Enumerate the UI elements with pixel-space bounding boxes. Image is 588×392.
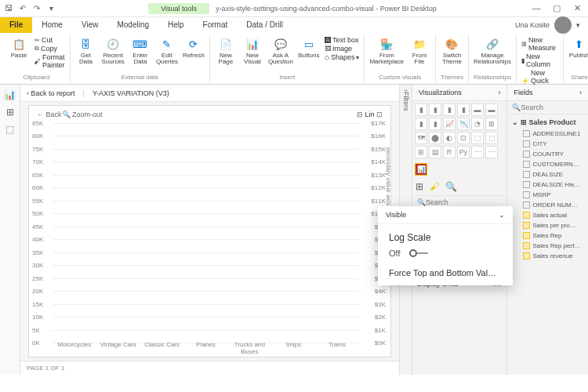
format-painter-button[interactable]: 🖌 Format Painter [34,53,65,69]
maximize-icon[interactable]: ▢ [549,3,564,13]
viz-type-icon[interactable]: 🗺 [415,132,427,144]
back-to-report-link[interactable]: ‹ Back to report [27,89,75,97]
field-item[interactable]: CITY [509,139,586,149]
enter-data-button[interactable]: ⌨Enter Data [129,36,151,65]
visual-tools-tab[interactable]: Visual tools [148,3,209,14]
publish-button[interactable]: ⬆Publish [568,36,588,59]
field-item[interactable]: Sales Rep perf… [509,241,586,251]
field-item[interactable]: Sales per pro… [509,220,586,230]
data-view-icon[interactable]: ⊞ [6,107,14,118]
viz-type-icon[interactable]: ⋯ [485,146,498,158]
user-area[interactable]: Una Kosite ▾ [507,17,588,33]
data-drill-tab[interactable]: Data / Drill [237,17,292,33]
viz-type-icon[interactable]: 📉 [457,118,470,130]
viz-type-icon[interactable]: ◐ [443,132,456,144]
manage-relationships-button[interactable]: 🔗Manage Relationships [474,36,511,65]
custom-viz-icon[interactable]: 📊 [415,163,427,176]
new-column-button[interactable]: ▮ New Column [521,53,558,68]
report-view-icon[interactable]: 📊 [4,89,16,100]
viz-lin-toggle[interactable]: ⊟ Lin ⊡ [357,111,383,118]
log-scale-toggle[interactable]: Off [389,248,502,259]
field-item[interactable]: COUNTRY [509,149,586,159]
field-item[interactable]: ORDER NUM… [509,200,586,210]
undo-icon[interactable]: ↶ [17,3,28,14]
viz-type-icon[interactable]: ▮ [457,103,470,116]
viz-zoom-button[interactable]: 🔍 Zoom-out [62,111,103,118]
from-marketplace-button[interactable]: 🏪From Marketplace [369,36,404,65]
field-item[interactable]: CUSTOMERN… [509,159,586,169]
viz-type-icon[interactable]: ⊞ [485,118,498,130]
image-button[interactable]: 🖼 Image [325,45,360,53]
cut-button[interactable]: ✂ Cut [34,36,65,44]
recent-sources-button[interactable]: 🕘Recent Sources [102,36,125,65]
viz-type-icon[interactable]: ⊞ [415,146,427,158]
viz-type-icon[interactable]: ▮ [415,103,427,116]
edit-queries-button[interactable]: ✎Edit Queries [156,36,178,65]
paste-button[interactable]: 📋Paste [8,36,30,59]
viz-type-icon[interactable]: ▮ [443,103,456,116]
viz-type-icon[interactable]: ⋯ [471,146,484,158]
ask-question-button[interactable]: 💬Ask A Question [268,36,293,65]
field-item[interactable]: Sales actual [509,210,586,220]
viz-type-icon[interactable]: ⬚ [471,132,484,144]
help-tab[interactable]: Help [158,17,194,33]
chevron-down-icon[interactable]: ⌄ [499,211,505,219]
modeling-tab[interactable]: Modeling [107,17,158,33]
field-item[interactable]: Sales revenue [509,251,586,261]
log-scale-label: Log Scale [389,232,502,243]
save-icon[interactable]: 🖫 [3,3,14,14]
fields-search-input[interactable] [521,103,583,111]
model-view-icon[interactable]: ⬚ [5,124,14,135]
new-page-button[interactable]: 📄New Page [215,36,237,65]
log-scale-popup: Visible⌄ Log Scale Off Force Top and Bot… [378,206,513,285]
analytics-tab-icon[interactable]: 🔍 [445,181,457,192]
chart-visual[interactable]: ← Back 🔍 Zoom-out ⊟ Lin ⊡ 0K$0K5K$1K10K$… [28,105,391,358]
viz-type-icon[interactable]: ▮ [429,103,441,116]
view-tab[interactable]: View [72,17,108,33]
viz-type-icon[interactable]: ▮ [415,118,427,130]
chevron-down-icon[interactable]: ▾ [576,21,580,29]
format-tab[interactable]: Format [194,17,238,33]
viz-type-icon[interactable]: 📈 [443,118,456,130]
close-icon[interactable]: ✕ [569,3,585,13]
home-tab[interactable]: Home [32,17,72,33]
viz-type-icon[interactable]: Py [457,146,470,158]
field-item[interactable]: Sales Rep [509,230,586,241]
from-file-button[interactable]: 📁From File [408,36,430,65]
store-icon: 🏪 [379,36,394,52]
field-item[interactable]: ADDRESSLINE1 [509,129,586,139]
viz-back-button[interactable]: ← Back [37,111,62,118]
switch-theme-button[interactable]: 🎨Switch Theme [441,36,463,65]
minimize-icon[interactable]: — [528,3,544,13]
file-tab[interactable]: File [0,17,32,33]
buttons-button[interactable]: ▭Buttons [298,36,320,59]
viz-type-icon[interactable]: ⬚ [485,132,498,144]
field-item[interactable]: DEALSIZE [509,169,586,180]
format-tab-icon[interactable]: 🖌 [430,181,439,192]
qat-dropdown-icon[interactable]: ▾ [45,3,56,14]
field-item[interactable]: DEALSIZE Hie… [509,180,586,190]
new-measure-button[interactable]: ⊞ New Measure [521,36,558,52]
viz-type-icon[interactable]: ⊡ [457,132,470,144]
viz-type-icon[interactable]: ⬤ [429,132,441,144]
get-data-button[interactable]: 🗄Get Data [75,36,97,65]
viz-type-icon[interactable]: ▬ [485,103,498,116]
enter-icon: ⌨ [132,36,148,52]
shapes-button[interactable]: ◇ Shapes ▾ [325,53,360,61]
popup-visible-label: Visible [386,211,406,219]
text-box-button[interactable]: 🅰 Text box [325,36,360,44]
viz-type-icon[interactable]: ◔ [471,118,484,130]
viz-type-icon[interactable]: R [443,146,456,158]
redo-icon[interactable]: ↷ [31,3,42,14]
new-visual-button[interactable]: 📊New Visual [241,36,263,65]
copy-button[interactable]: ⧉ Copy [34,45,65,53]
fields-tab-icon[interactable]: ⊞ [416,181,423,192]
viz-type-icon[interactable]: ▤ [429,146,441,158]
chevron-right-icon[interactable]: › [498,89,500,96]
chevron-right-icon[interactable]: › [579,89,582,96]
field-item[interactable]: MSRP [509,190,586,200]
refresh-button[interactable]: ⟳Refresh [183,36,205,59]
viz-type-icon[interactable]: ▬ [471,103,484,116]
viz-type-icon[interactable]: ▮ [429,118,441,130]
viz-search-input[interactable] [426,198,502,206]
